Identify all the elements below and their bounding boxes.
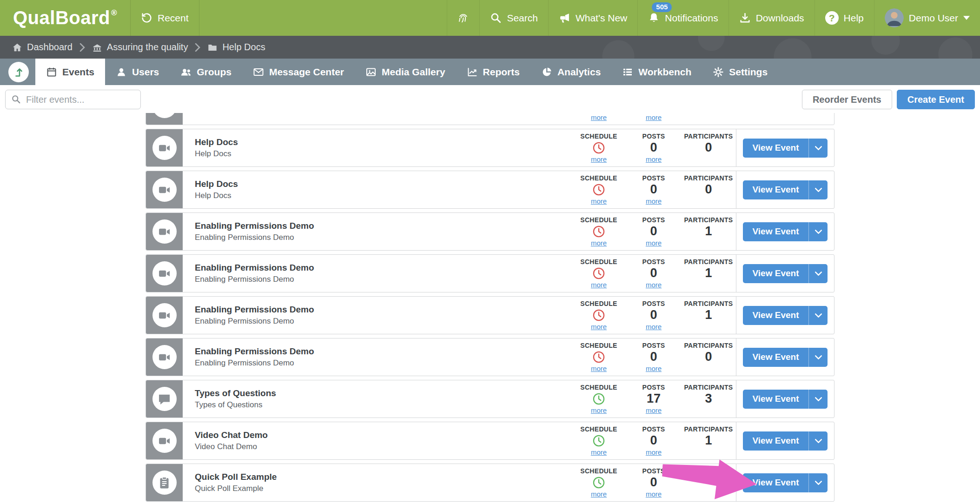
tab-label: Media Gallery	[382, 66, 445, 78]
posts-more-link[interactable]: more	[646, 323, 662, 331]
view-event-dropdown[interactable]	[808, 473, 828, 492]
schedule-more-link[interactable]: more	[591, 239, 607, 247]
posts-header: POSTS	[642, 300, 665, 307]
view-event-dropdown[interactable]	[808, 180, 828, 199]
view-event-label[interactable]: View Event	[743, 306, 809, 325]
session-activity-button[interactable]	[447, 0, 479, 36]
tab-workbench[interactable]: Workbench	[611, 59, 702, 85]
reorder-events-button[interactable]: Reorder Events	[802, 90, 892, 109]
event-title: Enabling Permissions Demo	[195, 346, 571, 357]
view-event-dropdown[interactable]	[808, 390, 828, 409]
posts-cell: POSTS 0 more	[626, 338, 681, 376]
schedule-more-link[interactable]: more	[591, 281, 607, 289]
tab-message-center[interactable]: Message Center	[242, 59, 355, 85]
schedule-more-link[interactable]: more	[591, 407, 607, 415]
schedule-cell: SCHEDULE more	[571, 464, 626, 501]
qualboard-logo[interactable]: QualBoard®	[0, 0, 131, 36]
posts-count: 0	[650, 141, 657, 154]
posts-header: POSTS	[642, 175, 665, 181]
breadcrumb-project[interactable]: Assuring the quality	[92, 42, 188, 53]
video-camera-icon	[158, 225, 171, 239]
search-label: Search	[507, 13, 538, 24]
tab-media-gallery[interactable]: Media Gallery	[355, 59, 456, 85]
level-up-button[interactable]	[8, 62, 29, 82]
schedule-more-link[interactable]: more	[591, 156, 607, 164]
event-subtitle: Help Docs	[195, 149, 571, 159]
schedule-more-link[interactable]: more	[591, 114, 607, 122]
view-event-dropdown[interactable]	[808, 222, 828, 241]
recent-menu[interactable]: Recent	[131, 0, 199, 36]
participants-count: 0	[705, 183, 712, 196]
schedule-more-link[interactable]: more	[591, 449, 607, 457]
breadcrumb-dashboard[interactable]: Dashboard	[12, 42, 73, 53]
view-event-label[interactable]: View Event	[743, 139, 809, 158]
view-event-label[interactable]: View Event	[743, 348, 809, 367]
tab-reports[interactable]: Reports	[456, 59, 530, 85]
breadcrumb-group[interactable]: Help Docs	[207, 42, 265, 53]
posts-more-link[interactable]: more	[646, 407, 662, 415]
posts-more-link[interactable]: more	[646, 114, 662, 122]
view-event-dropdown[interactable]	[808, 264, 828, 283]
view-event-dropdown[interactable]	[808, 348, 828, 367]
search-menu[interactable]: Search	[479, 0, 548, 36]
view-event-button[interactable]: View Event	[743, 264, 828, 283]
view-event-dropdown[interactable]	[808, 139, 828, 158]
tab-analytics[interactable]: Analytics	[530, 59, 611, 85]
view-event-button[interactable]: View Event	[743, 222, 828, 241]
schedule-more-link[interactable]: more	[591, 491, 607, 498]
schedule-header: SCHEDULE	[580, 217, 617, 223]
schedule-more-link[interactable]: more	[591, 198, 607, 206]
event-type-icon-box	[146, 338, 183, 376]
posts-count: 0	[650, 434, 657, 447]
view-event-button[interactable]: View Event	[743, 390, 828, 409]
clock-icon	[592, 476, 605, 489]
filter-events-input[interactable]	[5, 90, 141, 109]
view-event-label[interactable]: View Event	[743, 390, 809, 409]
event-actions: View Event	[736, 129, 834, 166]
event-subtitle: Video Chat Demo	[195, 442, 571, 451]
posts-more-link[interactable]: more	[646, 491, 662, 498]
posts-more-link[interactable]: more	[646, 281, 662, 289]
tab-events[interactable]: Events	[35, 59, 105, 85]
view-event-button[interactable]: View Event	[743, 431, 828, 451]
posts-more-link[interactable]: more	[646, 156, 662, 164]
view-event-dropdown[interactable]	[808, 306, 828, 325]
schedule-more-link[interactable]: more	[591, 365, 607, 373]
posts-more-link[interactable]: more	[646, 239, 662, 247]
view-event-button[interactable]: View Event	[743, 348, 828, 367]
participants-count: 1	[705, 225, 712, 238]
participants-cell: PARTICIPANTS 0	[681, 171, 736, 208]
tab-label: Users	[132, 66, 159, 78]
whats-new-menu[interactable]: What's New	[548, 0, 637, 36]
view-event-label[interactable]: View Event	[743, 473, 809, 492]
event-actions: View Event	[736, 297, 834, 334]
help-menu[interactable]: ? Help	[814, 0, 874, 36]
video-camera-icon	[158, 351, 171, 364]
view-event-button[interactable]: View Event	[743, 139, 828, 158]
view-event-label[interactable]: View Event	[743, 180, 809, 199]
posts-more-link[interactable]: more	[646, 198, 662, 206]
tab-groups[interactable]: Groups	[170, 59, 242, 85]
notifications-menu[interactable]: 505 Notifications	[637, 0, 728, 36]
user-menu[interactable]: Demo User	[874, 0, 980, 36]
view-event-button[interactable]: View Event	[743, 306, 828, 325]
view-event-button[interactable]: View Event	[743, 473, 828, 492]
event-row: Types of Questions Types of Questions SC…	[146, 380, 834, 418]
user-name-label: Demo User	[909, 13, 958, 24]
view-event-button[interactable]: View Event	[743, 180, 828, 199]
posts-more-link[interactable]: more	[646, 365, 662, 373]
tab-users[interactable]: Users	[105, 59, 170, 85]
view-event-dropdown[interactable]	[808, 431, 828, 451]
clock-icon	[592, 225, 605, 238]
level-up-icon	[13, 66, 24, 78]
create-event-button[interactable]: Create Event	[897, 90, 975, 109]
tab-settings[interactable]: Settings	[702, 59, 778, 85]
schedule-more-link[interactable]: more	[591, 323, 607, 331]
downloads-menu[interactable]: Downloads	[728, 0, 814, 36]
posts-more-link[interactable]: more	[646, 449, 662, 457]
view-event-label[interactable]: View Event	[743, 431, 809, 451]
view-event-label[interactable]: View Event	[743, 222, 809, 241]
downloads-label: Downloads	[756, 13, 804, 24]
view-event-label[interactable]: View Event	[743, 264, 809, 283]
clock-icon	[592, 183, 605, 196]
